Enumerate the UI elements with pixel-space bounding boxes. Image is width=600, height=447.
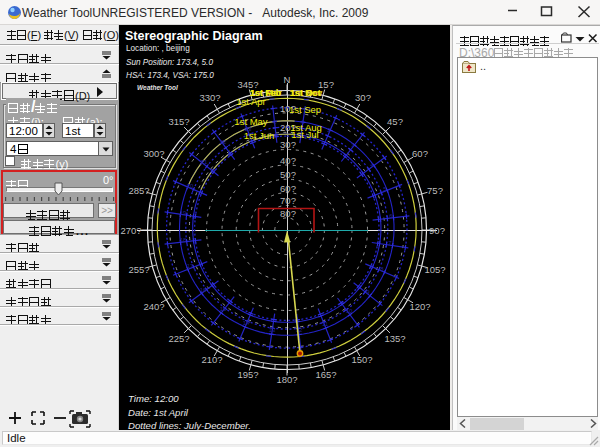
svg-text:40?: 40? bbox=[280, 155, 296, 166]
svg-text:9: 9 bbox=[366, 289, 370, 295]
svg-text:180?: 180? bbox=[276, 374, 297, 385]
svg-text:Dotted lines: July-December.: Dotted lines: July-December. bbox=[128, 420, 251, 431]
svg-text:240?: 240? bbox=[143, 301, 164, 312]
svg-text:1st Jul: 1st Jul bbox=[291, 129, 318, 140]
svg-text:135?: 135? bbox=[384, 333, 405, 344]
svg-text:1st Sep: 1st Sep bbox=[289, 104, 321, 115]
svg-text:10: 10 bbox=[346, 308, 353, 314]
svg-text:270?: 270? bbox=[120, 225, 141, 236]
svg-text:70?: 70? bbox=[280, 195, 296, 206]
svg-text:45?: 45? bbox=[387, 116, 403, 127]
svg-text:20: 20 bbox=[187, 183, 194, 189]
svg-text:30?: 30? bbox=[355, 92, 371, 103]
svg-text:13: 13 bbox=[269, 327, 276, 333]
svg-text:Time: 12:00: Time: 12:00 bbox=[128, 393, 179, 404]
svg-text:30?: 30? bbox=[280, 139, 296, 150]
svg-text:210?: 210? bbox=[201, 354, 222, 365]
svg-text:60?: 60? bbox=[412, 148, 428, 159]
svg-text:120?: 120? bbox=[409, 301, 430, 312]
svg-text:N: N bbox=[284, 74, 291, 85]
svg-text:Date: 1st April: Date: 1st April bbox=[128, 407, 189, 418]
svg-text:195?: 195? bbox=[237, 369, 258, 380]
svg-text:1st Jun: 1st Jun bbox=[244, 130, 275, 141]
svg-text:14: 14 bbox=[243, 320, 250, 326]
svg-text:16: 16 bbox=[200, 287, 207, 293]
svg-text:330?: 330? bbox=[199, 92, 220, 103]
svg-text:Weather Tool: Weather Tool bbox=[137, 84, 178, 91]
svg-text:19: 19 bbox=[180, 210, 187, 216]
svg-text:60?: 60? bbox=[280, 183, 296, 194]
svg-text:225?: 225? bbox=[168, 333, 189, 344]
svg-text:1st May: 1st May bbox=[234, 116, 268, 127]
svg-text:150?: 150? bbox=[351, 354, 372, 365]
svg-text:1st Oct: 1st Oct bbox=[290, 88, 321, 98]
svg-text:11: 11 bbox=[322, 321, 329, 327]
svg-text:90?: 90? bbox=[429, 225, 445, 236]
svg-text:50?: 50? bbox=[280, 169, 296, 180]
svg-text:285?: 285? bbox=[128, 185, 149, 196]
svg-text:Location: , beijing: Location: , beijing bbox=[126, 44, 190, 53]
svg-text:21: 21 bbox=[201, 159, 208, 165]
svg-text:105?: 105? bbox=[424, 264, 445, 275]
svg-text:15: 15 bbox=[220, 306, 227, 312]
svg-text:Stereographic Diagram: Stereographic Diagram bbox=[125, 29, 263, 43]
svg-text:17: 17 bbox=[187, 263, 194, 269]
svg-text:315?: 315? bbox=[168, 116, 189, 127]
svg-text:HSA: 173.4, VSA: 175.0: HSA: 173.4, VSA: 175.0 bbox=[126, 71, 214, 80]
svg-text:165?: 165? bbox=[315, 369, 336, 380]
svg-text:22: 22 bbox=[220, 139, 227, 145]
svg-text:Sun Position: 173.4, 5.0: Sun Position: 173.4, 5.0 bbox=[126, 58, 213, 67]
svg-text:80?: 80? bbox=[280, 208, 296, 219]
svg-text:75?: 75? bbox=[427, 185, 443, 196]
svg-text:300?: 300? bbox=[143, 148, 164, 159]
svg-text:1st Feb: 1st Feb bbox=[250, 88, 282, 98]
svg-text:0: 0 bbox=[273, 119, 277, 125]
svg-text:255?: 255? bbox=[128, 264, 149, 275]
svg-text:18: 18 bbox=[180, 237, 187, 243]
svg-text:8: 8 bbox=[380, 266, 384, 272]
